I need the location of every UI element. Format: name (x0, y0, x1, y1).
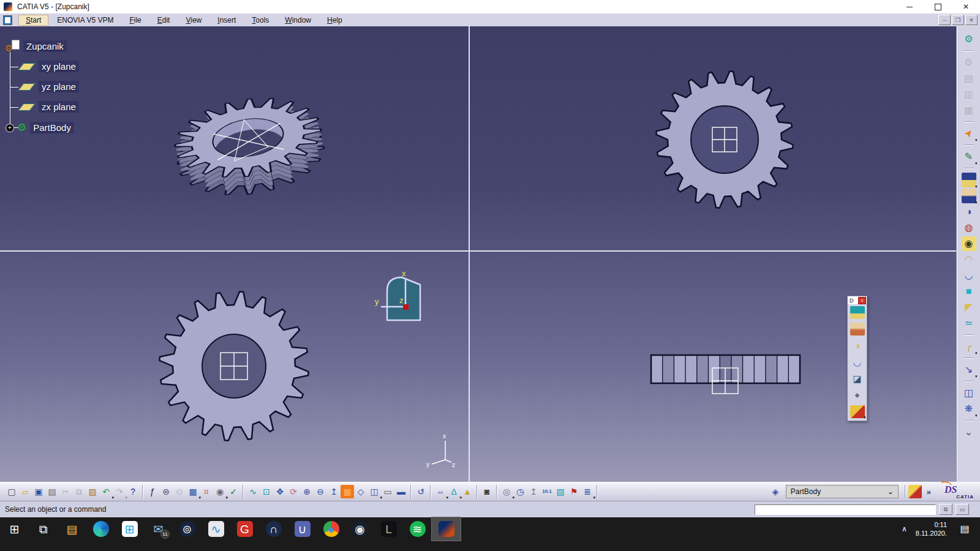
slot[interactable]: ◡ (962, 268, 976, 283)
taskbar-red-g-app[interactable]: G (230, 517, 259, 541)
workbench-part-design[interactable]: ⚙ (962, 32, 976, 47)
multi-view[interactable]: ▦ (341, 485, 354, 498)
expand-input-button[interactable]: ⧉ (939, 504, 952, 515)
fit-all-in[interactable]: ⊡ (260, 485, 273, 498)
dock-overflow[interactable]: ⌄ (962, 425, 976, 440)
layers[interactable]: ◈ (769, 485, 782, 498)
taskbar-task-view[interactable]: ⧉ (29, 517, 58, 541)
select-arrow[interactable]: ➤▾ (962, 126, 976, 141)
view-mode-blue[interactable]: ▬ (394, 485, 408, 498)
zoom-out[interactable]: ⊖ (314, 485, 327, 498)
disabled-tool-3[interactable]: ▥ (962, 87, 976, 102)
tree-item-partbody[interactable]: +⚙PartBody (6, 121, 74, 134)
pocket[interactable]: ▾ (962, 189, 976, 203)
floating-toolbar-titlebar[interactable]: D x (848, 296, 867, 304)
taskbar-league-of-legends[interactable]: L (374, 517, 403, 541)
fly-mode[interactable]: ∿ (246, 485, 260, 498)
tree-expander-icon[interactable]: + (6, 124, 13, 132)
zoom-in[interactable]: ⊕ (300, 485, 314, 498)
tree-item-zupcanik[interactable]: ⚙Zupcanik (5, 40, 67, 52)
multi-section[interactable]: ▾ (850, 405, 865, 418)
open-folder[interactable]: ▱ (18, 485, 32, 498)
compass-orientation[interactable]: ↥ (527, 485, 540, 498)
taskbar-microsoft-store[interactable]: ⊞ (115, 517, 144, 541)
compass-plane[interactable] (387, 277, 420, 320)
groove[interactable]: ◍ (962, 220, 976, 235)
tray-chevron-icon[interactable]: ∧ (902, 525, 907, 533)
tree-list[interactable]: ≣▾ (581, 485, 594, 498)
measure-item[interactable]: ∆▾ (447, 485, 461, 498)
taskbar-edge-browser[interactable] (86, 517, 115, 541)
circular-pattern[interactable]: ❋▾ (962, 402, 976, 416)
apply-material[interactable] (908, 485, 922, 498)
toolbar-overflow-chevron[interactable]: » (927, 487, 931, 497)
dialog-toggle-button[interactable]: ▭ (956, 504, 969, 515)
body-selector-combobox[interactable]: PartBody⌄ (786, 485, 899, 498)
flag-note[interactable]: ⚑ (567, 485, 581, 498)
close-button[interactable]: ✕ (952, 0, 980, 13)
hole[interactable]: ⌖ (850, 389, 865, 402)
tree-item-xy-plane[interactable]: xy plane (18, 61, 79, 72)
paste[interactable]: ▨ (86, 485, 99, 498)
save[interactable]: ▣ (32, 485, 45, 498)
mdi-restore-button[interactable]: ❒ (952, 15, 964, 25)
undo[interactable]: ↶▾ (99, 485, 113, 498)
menu-view[interactable]: View (178, 15, 209, 26)
pad[interactable] (850, 306, 865, 319)
measure-between[interactable]: ⇔▾ (434, 485, 447, 498)
tree-item-yz-plane[interactable]: yz plane (18, 81, 79, 92)
solid-combine[interactable]: ◪ (850, 372, 865, 385)
menu-file[interactable]: File (122, 15, 148, 26)
shaft[interactable]: ◑ (962, 204, 976, 219)
mdi-close-button[interactable]: ✕ (965, 15, 978, 25)
power-input-field[interactable] (755, 504, 936, 515)
edge-fillet[interactable]: ╭▾ (962, 339, 976, 354)
taskbar-file-explorer[interactable]: ▤ (58, 517, 86, 541)
chronology[interactable]: ◷ (513, 485, 527, 498)
rotate[interactable]: ⟳ (287, 485, 300, 498)
copy[interactable]: ⧉ (72, 485, 86, 498)
taskbar-spotify[interactable]: ≋ (403, 517, 432, 541)
knowledge-inspector[interactable]: ◉▾ (213, 485, 227, 498)
solid-combine[interactable]: ■ (962, 284, 976, 299)
taskbar-task-manager[interactable]: ∿ (202, 517, 230, 541)
tray-clock[interactable]: 0:11 8.11.2020. (916, 520, 947, 538)
shaded-view[interactable]: ◫▾ (368, 485, 381, 498)
annotations[interactable]: ▧ (554, 485, 567, 498)
tree-item-zx-plane[interactable]: zx plane (18, 101, 79, 113)
disabled-tool-2[interactable]: ▤ (962, 71, 976, 86)
menu-insert[interactable]: Insert (210, 15, 243, 26)
dimensions[interactable]: 10.1 (540, 485, 554, 498)
hole[interactable]: ◉ (962, 236, 976, 251)
draft-analysis[interactable]: ◎▾ (500, 485, 513, 498)
design-table[interactable]: ▦▾ (186, 485, 200, 498)
menu-help[interactable]: Help (320, 15, 350, 26)
translate[interactable]: ↘▾ (962, 362, 976, 377)
formula[interactable]: ƒ (146, 485, 159, 498)
floating-toolbar-close-button[interactable]: x (858, 297, 866, 304)
mdi-minimize-button[interactable]: – (938, 15, 951, 25)
lock-parameter[interactable]: ⊙ (173, 485, 186, 498)
viewport-front-gear[interactable] (470, 26, 957, 251)
viewport-divider-horizontal[interactable] (0, 250, 957, 252)
taskbar-game-launcher[interactable]: ◉ (345, 517, 374, 541)
capture-image[interactable]: ◙ (480, 485, 494, 498)
whats-this-help[interactable]: ? (126, 485, 140, 498)
mirror[interactable]: ◫ (962, 386, 976, 400)
taskbar-mail[interactable]: ✉11 (144, 517, 173, 541)
minimize-button[interactable] (895, 0, 924, 13)
menu-tools[interactable]: Tools (244, 15, 276, 26)
taskbar-headset-app[interactable]: ∩ (259, 517, 288, 541)
viewport-divider-vertical[interactable] (469, 26, 470, 482)
rib[interactable]: ◠ (962, 252, 976, 267)
redo[interactable]: ↷▾ (113, 485, 126, 498)
disabled-tool-1[interactable]: ⚙ (962, 55, 976, 70)
parameters-graph[interactable]: ⌗ (200, 485, 213, 498)
check-analysis[interactable]: ✓ (227, 485, 240, 498)
examine-mode[interactable]: ↺ (414, 485, 428, 498)
stiffener[interactable]: ◤ (962, 300, 976, 315)
taskbar-discord[interactable]: ∪ (288, 517, 317, 541)
measure-inertia[interactable]: ▲ (461, 485, 474, 498)
taskbar-windows-start[interactable]: ⊞ (0, 517, 29, 541)
3d-compass[interactable]: x y z (374, 270, 435, 337)
